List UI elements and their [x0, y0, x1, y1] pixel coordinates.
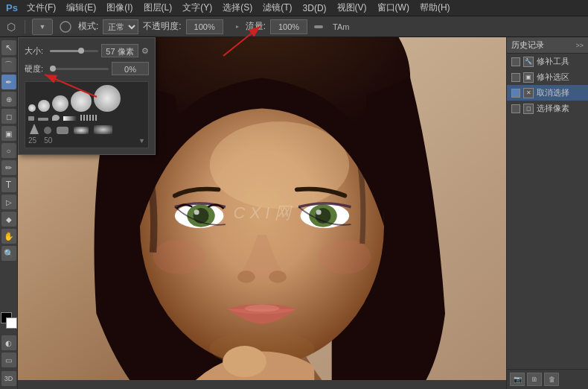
menu-text[interactable]: 文字(Y) [178, 0, 217, 16]
history-title: 历史记录 [511, 39, 544, 51]
separator-1 [25, 20, 25, 34]
history-expand-icon[interactable]: >> [575, 42, 584, 49]
tool-mode[interactable]: ◐ [1, 335, 16, 350]
tool-brush[interactable]: ✒ [1, 75, 16, 89]
menu-image[interactable]: 图像(I) [102, 0, 137, 16]
tool-dodge[interactable]: ○ [1, 143, 16, 158]
tool-3d[interactable]: 3D [1, 371, 16, 386]
history-new-snapshot[interactable]: 📷 [510, 373, 525, 386]
preset-numbers: 25 50 [28, 136, 52, 145]
history-check-1[interactable] [511, 73, 520, 82]
preset-scroll[interactable]: ▼ [138, 137, 145, 145]
main-area: ↖ ⌒ ✒ ⊕ ◻ ▣ ○ ✏ T ▷ ◆ ✋ 🔍 ◐ ▭ 3D 大小: [0, 37, 588, 389]
history-label-1: 修补选区 [537, 72, 569, 83]
preset-brush-4[interactable] [71, 91, 92, 112]
preset-num-2: 50 [44, 136, 52, 145]
size-slider[interactable] [50, 50, 98, 52]
mode-select[interactable]: 正常 [103, 19, 138, 34]
history-create-new-doc[interactable]: 🗎 [527, 373, 542, 386]
preset-brush-3[interactable] [52, 95, 68, 112]
svg-point-21 [237, 271, 255, 282]
hardness-value[interactable]: 0% [112, 62, 149, 75]
background-color[interactable] [6, 317, 17, 329]
history-item-2[interactable]: ✕ 取消选择 [507, 85, 588, 101]
tool-gradient[interactable]: ▣ [1, 126, 16, 141]
size-row: 大小: 57 像素 ⚙ [25, 44, 149, 57]
flow-label: 流量: [246, 20, 266, 33]
history-label-0: 修补工具 [537, 56, 569, 67]
tool-selection[interactable]: ↖ [1, 40, 16, 55]
preset-special-6[interactable] [30, 124, 39, 134]
color-swatches[interactable] [1, 312, 17, 329]
history-delete[interactable]: 🗑 [544, 373, 559, 386]
preset-special-1[interactable] [28, 116, 34, 121]
flow-input[interactable] [270, 19, 307, 34]
hardness-slider[interactable] [50, 68, 109, 70]
preset-num-1: 25 [28, 136, 36, 145]
menu-filter[interactable]: 滤镜(T) [258, 0, 296, 16]
size-value[interactable]: 57 像素 [101, 44, 138, 57]
preset-brush-5[interactable] [94, 85, 121, 112]
brush-preset-picker[interactable]: ▼ [32, 19, 53, 35]
tool-shape[interactable]: ◆ [1, 212, 16, 227]
history-panel-header: 历史记录 >> [507, 37, 588, 54]
history-item-0[interactable]: 🔧 修补工具 [507, 54, 588, 69]
history-icon-1: ▣ [523, 72, 534, 83]
tool-eraser[interactable]: ◻ [1, 109, 16, 124]
tool-lasso[interactable]: ⌒ [1, 57, 16, 72]
preset-special-3[interactable] [52, 115, 60, 121]
airbrush-icon[interactable] [228, 20, 241, 34]
tool-pen[interactable]: ✏ [1, 160, 16, 175]
menu-select[interactable]: 选择(S) [218, 0, 257, 16]
brush-options-icon[interactable] [57, 20, 74, 34]
opacity-input[interactable] [186, 19, 223, 34]
brush-panel: 大小: 57 像素 ⚙ 硬度: 0% [18, 37, 156, 155]
menu-layer[interactable]: 图层(L) [139, 0, 177, 16]
tool-text[interactable]: T [1, 177, 16, 192]
history-check-0[interactable] [511, 57, 520, 66]
svg-point-16 [194, 209, 199, 215]
right-panel: 历史记录 >> 🔧 修补工具 ▣ 修补选区 ✕ 取消选择 ◻ 选择像 [506, 37, 588, 389]
history-label-3: 选择像素 [537, 103, 569, 114]
ps-logo: Ps [3, 2, 21, 13]
history-check-3[interactable] [511, 104, 520, 113]
svg-point-20 [316, 209, 322, 215]
menu-file[interactable]: 文件(F) [22, 0, 60, 16]
menu-view[interactable]: 视图(V) [333, 0, 371, 16]
size-label: 大小: [25, 45, 45, 57]
tool-path[interactable]: ▷ [1, 194, 16, 209]
preset-special-5[interactable] [80, 115, 97, 121]
menu-window[interactable]: 窗口(W) [373, 0, 414, 16]
history-icon-3: ◻ [523, 104, 534, 114]
menu-help[interactable]: 帮助(H) [415, 0, 455, 16]
preset-special-10[interactable] [94, 125, 112, 134]
menu-bar: Ps 文件(F) 编辑(E) 图像(I) 图层(L) 文字(Y) 选择(S) 滤… [0, 0, 588, 16]
tool-screen[interactable]: ▭ [1, 352, 16, 367]
history-item-3[interactable]: ◻ 选择像素 [507, 101, 588, 116]
menu-3d[interactable]: 3D(D) [298, 1, 331, 15]
mode-label: 模式: [78, 20, 98, 33]
tool-clone[interactable]: ⊕ [1, 92, 16, 107]
preset-brush-1[interactable] [28, 104, 36, 112]
menu-edit[interactable]: 编辑(E) [62, 0, 100, 16]
history-item-1[interactable]: ▣ 修补选区 [507, 69, 588, 85]
preset-row-1 [28, 85, 145, 112]
preset-special-4[interactable] [63, 116, 77, 121]
tool-zoom[interactable]: 🔍 [1, 246, 16, 261]
tool-hand[interactable]: ✋ [1, 229, 16, 244]
preset-special-2[interactable] [38, 118, 48, 121]
settings-icon[interactable]: ⚙ [141, 46, 149, 56]
preset-special-8[interactable] [57, 127, 68, 134]
preset-brush-2[interactable] [38, 100, 50, 112]
tam-label: TAm [333, 22, 349, 31]
hardness-slider-container: 0% [50, 62, 149, 75]
flow-icon[interactable] [312, 20, 325, 34]
preset-special-9[interactable] [74, 127, 89, 134]
history-check-2[interactable] [511, 89, 520, 98]
left-toolbar: ↖ ⌒ ✒ ⊕ ◻ ▣ ○ ✏ T ▷ ◆ ✋ 🔍 ◐ ▭ 3D [0, 37, 18, 389]
preset-special-7[interactable] [44, 127, 51, 134]
tool-icon-1[interactable]: ⬡ [4, 20, 18, 34]
hardness-label: 硬度: [25, 63, 45, 75]
svg-point-0 [60, 22, 71, 32]
canvas-scroll[interactable] [18, 380, 506, 389]
